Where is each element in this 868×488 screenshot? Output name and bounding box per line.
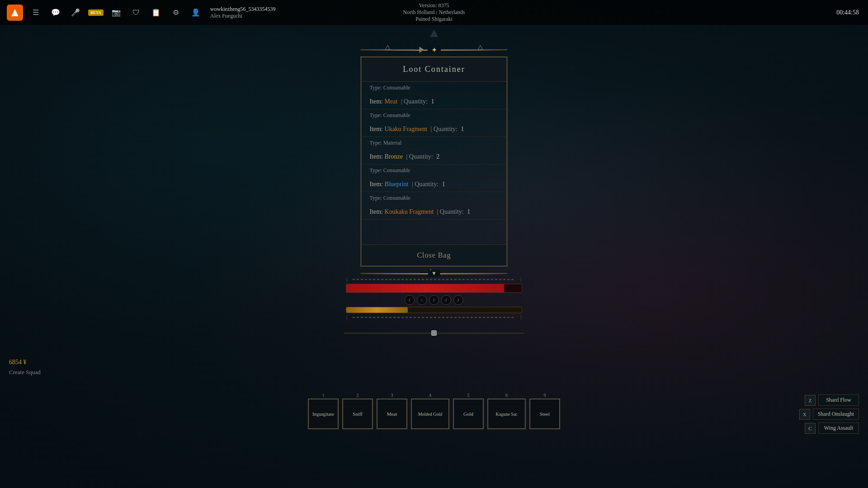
ability-name-9: Steel — [538, 410, 552, 418]
slider-handle-area — [344, 329, 524, 337]
loot-item-group-5: Type: Consumable Item: Koukaku Fragment … — [362, 192, 507, 220]
skill-icon-2[interactable]: ○ — [417, 295, 427, 305]
svg-marker-4 — [386, 45, 390, 50]
loot-item-group-1: Type: Consumable Item: Meat | Quantity: … — [362, 82, 507, 109]
skill-icon-3[interactable]: ƒ — [429, 295, 439, 305]
right-skill-1[interactable]: Z Shard Flow — [805, 394, 859, 406]
ability-box-9[interactable]: Steel — [529, 399, 560, 429]
create-squad-button[interactable]: Create Squad — [9, 369, 41, 376]
chain-pattern — [353, 279, 515, 280]
loot-item-group-4: Type: Consumable Item: Blueprint | Quant… — [362, 164, 507, 192]
ability-name-4: Molded Gold — [416, 411, 444, 418]
item-type-2: Type: Consumable — [362, 109, 507, 122]
item-name-3: Bronze — [385, 153, 403, 160]
ability-box-4[interactable]: Molded Gold — [411, 399, 449, 429]
ability-number-3: 3 — [391, 393, 393, 398]
settings-icon[interactable]: ⚙ — [169, 5, 183, 20]
ability-name-2: Sniff — [351, 410, 364, 418]
chain-top: ⟨ ⟩ — [346, 276, 522, 283]
chain-end-right-b: ⟩ — [515, 314, 522, 321]
slider-handle[interactable] — [431, 330, 437, 336]
ability-number-1: 1 — [322, 393, 325, 398]
health-bar-fill — [346, 284, 504, 292]
hud-top-bar: ☰ 💬 🎤 BETA 📷 🛡 📋 ⚙ 👤 wowkiezheng56_53433… — [0, 0, 868, 25]
skill-icon-1[interactable]: ƒ — [405, 295, 415, 305]
ability-slot-3: 3 Meat — [377, 393, 407, 429]
close-bag-button[interactable]: Close Bag — [361, 244, 508, 267]
svg-marker-7 — [428, 269, 434, 273]
timer-display: 00:44:58 — [836, 9, 859, 16]
ability-number-9: 9 — [544, 393, 546, 398]
ability-slot-4: 4 Molded Gold — [411, 393, 449, 429]
profile-icon[interactable]: 👤 — [189, 5, 203, 20]
version-text: Version: 8375 — [403, 2, 465, 9]
right-skills-panel: Z Shard Flow X Shard Onslaught C Wing As… — [799, 394, 859, 434]
item-name-2: Ukaku Fragment — [385, 126, 427, 132]
ability-number-4: 4 — [429, 393, 431, 398]
right-skill-2[interactable]: X Shard Onslaught — [799, 408, 859, 420]
username: wowkiezheng56_5343354539 — [210, 6, 276, 13]
skill-label-shard-onslaught: Shard Onslaught — [813, 408, 859, 420]
item-detail-1: Item: Meat | Quantity: 1 — [362, 94, 507, 109]
item-type-3: Type: Material — [362, 137, 507, 150]
ability-slot-2: 2 Sniff — [342, 393, 373, 429]
chain-bottom: ⟨ ⟩ — [346, 314, 522, 321]
ability-number-6: 6 — [505, 393, 508, 398]
shield-icon[interactable]: 🛡 — [129, 5, 143, 20]
currency-display: 6854 ¥ — [9, 359, 27, 366]
ability-box-3[interactable]: Meat — [377, 399, 407, 429]
item-detail-5: Item: Koukaku Fragment | Quantity: 1 — [362, 205, 507, 219]
item-name-1: Meat — [385, 98, 398, 105]
item-type-1: Type: Consumable — [362, 82, 507, 94]
character-text: Pained Shigaraki — [403, 16, 465, 23]
chain-end-right: ⟩ — [515, 276, 522, 283]
loot-item-group-3: Type: Material Item: Bronze | Quantity: … — [362, 137, 507, 164]
svg-marker-5 — [478, 45, 483, 50]
create-squad-label: Create Squad — [9, 369, 41, 375]
skill-icon-5[interactable]: ƒ — [453, 295, 463, 305]
stamina-bar-fill — [346, 307, 408, 313]
inventory-icon[interactable]: 📋 — [149, 5, 163, 20]
currency-value: 6854 ¥ — [9, 359, 27, 366]
right-skill-3[interactable]: C Wing Assault — [805, 422, 859, 434]
ability-box-5[interactable]: Gold — [453, 399, 484, 429]
panel-ornament-top — [361, 43, 508, 56]
chat-icon[interactable]: 💬 — [48, 5, 63, 20]
skill-key-x: X — [799, 409, 810, 420]
ability-box-6[interactable]: Kagune Sac — [487, 399, 526, 429]
ability-slot-9: 9 Steel — [529, 393, 560, 429]
mic-icon[interactable]: 🎤 — [68, 5, 83, 20]
skill-icon-4[interactable]: ƒ — [441, 295, 451, 305]
loot-title-bar: Loot Container — [361, 56, 508, 82]
ability-slot-1: 1 Ingurgitate — [308, 393, 339, 429]
loot-item-group-2: Type: Consumable Item: Ukaku Fragment | … — [362, 109, 507, 137]
stamina-bar-bg — [346, 307, 522, 313]
game-logo — [7, 5, 23, 21]
ability-number-2: 2 — [357, 393, 359, 398]
ability-name-6: Kagune Sac — [494, 411, 519, 418]
skill-label-shard-flow: Shard Flow — [818, 394, 859, 406]
item-name-5: Koukaku Fragment — [385, 208, 434, 215]
ability-slot-6: 6 Kagune Sac — [487, 393, 526, 429]
ability-box-2[interactable]: Sniff — [342, 399, 373, 429]
menu-icon[interactable]: ☰ — [28, 5, 43, 20]
ability-name-1: Ingurgitate — [311, 410, 336, 418]
player-name: Alex Fueguchi — [210, 13, 276, 19]
abilities-bar: 1 Ingurgitate 2 Sniff 3 Meat 4 Molded Go… — [308, 393, 560, 429]
skill-key-c: C — [805, 423, 816, 434]
chain-end-left: ⟨ — [346, 276, 353, 283]
deco-arrow: ▲ — [427, 25, 441, 40]
svg-marker-0 — [11, 9, 19, 16]
health-bar-bg — [346, 284, 522, 293]
ability-name-3: Meat — [385, 410, 399, 418]
svg-marker-2 — [420, 47, 424, 53]
chain-end-left-b: ⟨ — [346, 314, 353, 321]
ability-slot-5: 5 Gold — [453, 393, 484, 429]
slider-track — [344, 333, 524, 334]
skill-label-wing-assault: Wing Assault — [818, 422, 859, 434]
camera-icon[interactable]: 📷 — [109, 5, 123, 20]
item-type-4: Type: Consumable — [362, 164, 507, 177]
ability-box-1[interactable]: Ingurgitate — [308, 399, 339, 429]
loot-content: Type: Consumable Item: Meat | Quantity: … — [361, 82, 508, 244]
center-hud-info: Version: 8375 North Holland / Netherland… — [403, 2, 465, 23]
